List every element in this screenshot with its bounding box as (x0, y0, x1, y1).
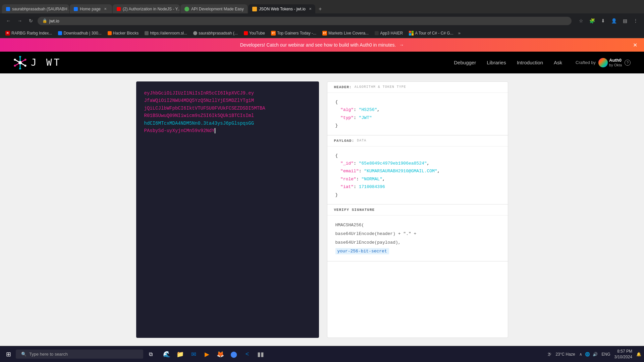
taskbar-terminal-icon[interactable]: ▮▮ (255, 348, 267, 360)
chevron-up-icon[interactable]: ∧ (579, 352, 582, 357)
bookmark-saurabh[interactable]: saurabhprasadsah (... (191, 30, 240, 36)
tab-4-favicon (184, 7, 189, 11)
taskbar-lang: ENG (602, 352, 610, 357)
tab-5[interactable]: JSON Web Tokens - jwt.io ✕ (248, 4, 315, 13)
network-icon[interactable]: 🌐 (585, 352, 590, 357)
app3-favicon (375, 31, 379, 35)
new-tab-button[interactable]: + (316, 5, 324, 13)
page-wrapper: Developers! Catch our webinar and see ho… (0, 38, 644, 346)
taskbar-vlc-icon[interactable]: ▶ (201, 348, 213, 360)
nav-bar: ← → ↻ 🔒 jwt.io ☆ 🧩 ⬇ 👤 ▤ ⋮ (0, 13, 644, 28)
payload-json: { "_id": "65e8049c4979eb1906ea8524", "em… (335, 152, 500, 199)
taskbar-right: 🌫 23°C Haze ∧ 🌐 🔊 ENG 8:57 PM 3/10/2024 … (547, 349, 641, 360)
verify-code: HMACSHA256( base64UrlEncode(header) + ".… (335, 221, 500, 256)
bookmarks-bar: R RARBG Rarbg Index... Downloadhub | 300… (0, 28, 644, 38)
bookmark-top-gainers[interactable]: ET Top Gainers Today -... (268, 30, 319, 36)
profile-icon[interactable]: 👤 (609, 17, 619, 25)
payload-role-val: "NORMAL" (362, 177, 382, 182)
tab-5-favicon (252, 7, 257, 11)
extensions-icon[interactable]: 🧩 (587, 17, 597, 25)
top-gainers-favicon: ET (271, 31, 276, 36)
verify-line1: HMACSHA256( (335, 223, 364, 228)
svg-point-5 (14, 65, 16, 67)
nav-ask[interactable]: Ask (554, 60, 562, 65)
taskbar-edge-icon[interactable]: 🌊 (161, 348, 173, 360)
rarbg-favicon: R (5, 31, 10, 36)
payload-id-key: "_id" (340, 161, 354, 166)
bookmark-downloadhub[interactable]: Downloadhub | 300... (55, 30, 104, 36)
taskbar-chrome-icon[interactable]: ⬤ (228, 348, 240, 360)
tab-bar: saurabhprasadsah (SAURABH ... ✕ Home pag… (0, 0, 644, 13)
payload-iat-key: "iat" (340, 184, 354, 189)
bookmark-markets[interactable]: ET Markets Live Covera... (320, 30, 371, 36)
tab-5-close[interactable]: ✕ (308, 6, 313, 11)
open-brace-2: { (335, 153, 338, 158)
downloadhub-favicon (58, 31, 62, 35)
taskbar-time-display: 8:57 PM (614, 349, 632, 354)
bookmark-hackerblocks[interactable]: Hacker Blocks (105, 30, 142, 36)
sidebar-icon[interactable]: ▤ (621, 17, 629, 25)
downloads-icon[interactable]: ⬇ (599, 17, 607, 25)
nav-introduction[interactable]: Introduction (517, 60, 543, 65)
notifications-icon[interactable]: 🔔 (636, 352, 641, 357)
taskbar-vscode-icon[interactable]: < (241, 348, 253, 360)
payload-section-header: PAYLOAD: DATA (327, 135, 508, 146)
bookmark-alienroom-label: https://alienroom.sl... (150, 31, 187, 36)
payload-id-val: "65e8049c4979eb1906ea8524" (359, 161, 427, 166)
info-icon[interactable]: ? (625, 60, 631, 66)
header-section-header: HEADER: ALGORITHM & TOKEN TYPE (327, 82, 508, 93)
markets-favicon: ET (322, 31, 327, 36)
crafted-by: Crafted by Auth0 by Okta ? (576, 58, 631, 67)
bookmark-star-icon[interactable]: ☆ (577, 17, 585, 25)
tab-4[interactable]: API Development Made Easy ✕ (180, 4, 248, 13)
tab-4-close[interactable]: ✕ (246, 6, 248, 11)
taskview-button[interactable]: ⧉ (145, 348, 157, 360)
bookmark-youtube-label: YouTube (249, 31, 265, 36)
url-bar[interactable]: 🔒 jwt.io (38, 17, 572, 25)
announcement-cta[interactable]: → (399, 42, 404, 48)
header-section-sublabel: ALGORITHM & TOKEN TYPE (355, 85, 406, 89)
bookmark-downloadhub-label: Downloadhub | 300... (63, 31, 101, 36)
jwt-token-panel[interactable]: eyJhbGciOiJIUzI1NiIsInR5cCI6IkpXVCJ9.ey … (136, 81, 319, 338)
jwt-logo-icon (13, 56, 27, 69)
reload-button[interactable]: ↻ (27, 17, 35, 25)
announcement-close-button[interactable]: ✕ (633, 42, 637, 48)
bookmark-alienroom[interactable]: https://alienroom.sl... (142, 30, 190, 36)
jwt-token-line5: PAsbySd-uyXyjnCMn59v92NdY (144, 128, 215, 133)
tab-2-close[interactable]: ✕ (103, 6, 108, 11)
auth0-sub: by Okta (609, 63, 622, 67)
nav-debugger[interactable]: Debugger (454, 60, 476, 65)
lock-icon: 🔒 (42, 18, 47, 23)
more-bookmarks-icon[interactable]: » (458, 31, 461, 36)
site-logo-text: J WT (31, 57, 61, 68)
menu-icon[interactable]: ⋮ (631, 17, 640, 25)
content-area: eyJhbGciOiJIUzI1NiIsInR5cCI6IkpXVCJ9.ey … (0, 73, 644, 346)
csharp-favicon (409, 31, 414, 36)
svg-point-9 (18, 61, 22, 64)
taskbar-explorer-icon[interactable]: 📁 (174, 348, 186, 360)
taskbar-search-bar[interactable]: 🔍 Type here to search (16, 350, 143, 359)
tab-1-label: saurabhprasadsah (SAURABH ... (12, 7, 69, 11)
tab-3[interactable]: (2) Authorization in NodeJS - Y... ✕ (113, 4, 180, 13)
taskbar-mail-icon[interactable]: ✉ (187, 348, 200, 360)
volume-icon[interactable]: 🔊 (593, 352, 598, 357)
bookmark-app3[interactable]: App3 HAIER (372, 30, 406, 36)
taskbar-firefox-icon[interactable]: 🦊 (214, 348, 226, 360)
bookmark-csharp[interactable]: A Tour of C# - C# G... (406, 30, 456, 36)
start-button[interactable]: ⊞ (3, 349, 14, 360)
bookmark-rarbg[interactable]: R RARBG Rarbg Index... (3, 30, 55, 36)
forward-button[interactable]: → (15, 17, 24, 25)
header-alg-key: "alg" (340, 107, 354, 112)
nav-libraries[interactable]: Libraries (487, 60, 506, 65)
back-button[interactable]: ← (4, 17, 13, 25)
tab-1[interactable]: saurabhprasadsah (SAURABH ... ✕ (2, 4, 69, 13)
taskbar-search-placeholder: Type here to search (29, 352, 68, 357)
auth0-logo: Auth0 by Okta (598, 58, 622, 67)
open-brace-1: { (335, 100, 338, 105)
tab-2[interactable]: Home page ✕ (70, 4, 112, 13)
jwt-token-line2: JfaWQiOiI2NWU4MDQ5YzQ5NzllYjE5MDZlYTg1M (144, 98, 254, 103)
search-icon: 🔍 (21, 352, 26, 357)
auth0-name: Auth0 (609, 58, 622, 63)
site-nav: Debugger Libraries Introduction Ask (454, 60, 562, 65)
bookmark-youtube[interactable]: YouTube (241, 30, 268, 36)
